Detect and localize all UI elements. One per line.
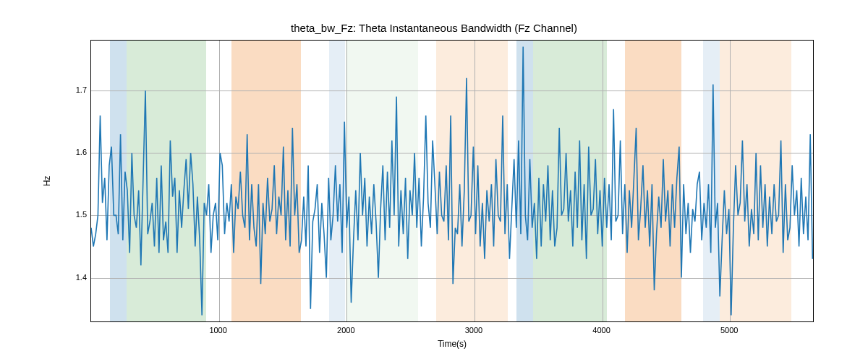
x-tick-label: 5000: [720, 326, 738, 334]
line-path: [91, 47, 812, 316]
x-tick-label: 2000: [337, 326, 354, 334]
chart-container: theta_bw_Fz: Theta Instantaneous Bandwid…: [0, 0, 868, 362]
x-tick-label: 1000: [209, 326, 226, 334]
x-tick-label: 4000: [592, 326, 610, 334]
line-series: [91, 41, 813, 321]
y-tick-label: 1.6: [76, 148, 87, 156]
x-axis-label: Time(s): [438, 339, 467, 349]
y-tick-label: 1.4: [76, 273, 87, 282]
y-tick-label: 1.7: [76, 85, 87, 94]
y-axis-label: Hz: [42, 176, 52, 187]
chart-title: theta_bw_Fz: Theta Instantaneous Bandwid…: [0, 22, 868, 34]
y-tick-label: 1.5: [76, 210, 87, 219]
x-tick-label: 3000: [465, 326, 482, 334]
plot-area: [90, 40, 814, 322]
